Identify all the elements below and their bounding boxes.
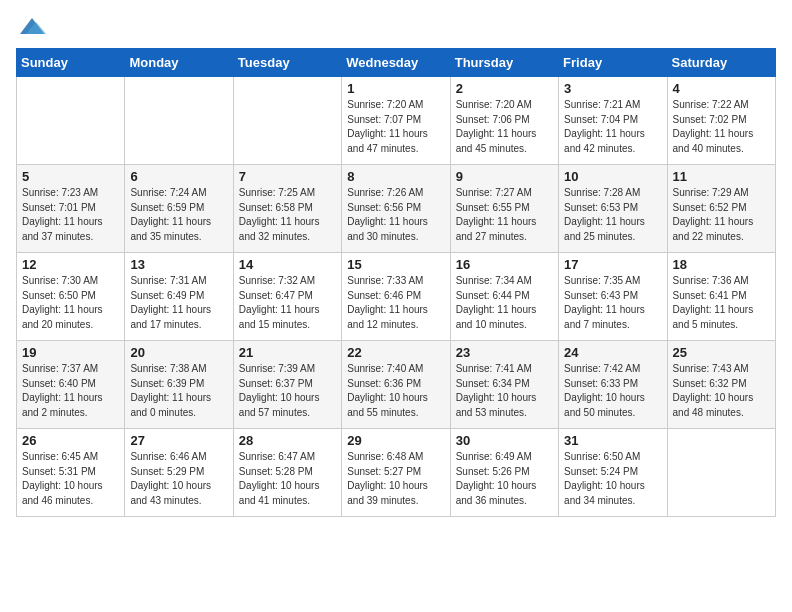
day-info: Sunrise: 7:39 AM Sunset: 6:37 PM Dayligh… (239, 362, 336, 420)
day-info: Sunrise: 7:33 AM Sunset: 6:46 PM Dayligh… (347, 274, 444, 332)
day-number: 11 (673, 169, 770, 184)
day-number: 21 (239, 345, 336, 360)
day-number: 28 (239, 433, 336, 448)
col-header-sunday: Sunday (17, 49, 125, 77)
day-cell: 28Sunrise: 6:47 AM Sunset: 5:28 PM Dayli… (233, 429, 341, 517)
day-cell (17, 77, 125, 165)
col-header-thursday: Thursday (450, 49, 558, 77)
day-number: 7 (239, 169, 336, 184)
day-cell: 10Sunrise: 7:28 AM Sunset: 6:53 PM Dayli… (559, 165, 667, 253)
day-number: 17 (564, 257, 661, 272)
day-cell (667, 429, 775, 517)
day-number: 8 (347, 169, 444, 184)
day-cell: 15Sunrise: 7:33 AM Sunset: 6:46 PM Dayli… (342, 253, 450, 341)
week-row-5: 26Sunrise: 6:45 AM Sunset: 5:31 PM Dayli… (17, 429, 776, 517)
col-header-tuesday: Tuesday (233, 49, 341, 77)
day-cell: 20Sunrise: 7:38 AM Sunset: 6:39 PM Dayli… (125, 341, 233, 429)
day-number: 9 (456, 169, 553, 184)
day-cell: 13Sunrise: 7:31 AM Sunset: 6:49 PM Dayli… (125, 253, 233, 341)
day-info: Sunrise: 7:31 AM Sunset: 6:49 PM Dayligh… (130, 274, 227, 332)
page-header (16, 16, 776, 36)
day-number: 26 (22, 433, 119, 448)
week-row-3: 12Sunrise: 7:30 AM Sunset: 6:50 PM Dayli… (17, 253, 776, 341)
day-info: Sunrise: 7:41 AM Sunset: 6:34 PM Dayligh… (456, 362, 553, 420)
day-number: 29 (347, 433, 444, 448)
day-number: 10 (564, 169, 661, 184)
day-info: Sunrise: 7:26 AM Sunset: 6:56 PM Dayligh… (347, 186, 444, 244)
day-info: Sunrise: 7:24 AM Sunset: 6:59 PM Dayligh… (130, 186, 227, 244)
col-header-wednesday: Wednesday (342, 49, 450, 77)
day-cell: 19Sunrise: 7:37 AM Sunset: 6:40 PM Dayli… (17, 341, 125, 429)
day-info: Sunrise: 7:36 AM Sunset: 6:41 PM Dayligh… (673, 274, 770, 332)
day-cell: 17Sunrise: 7:35 AM Sunset: 6:43 PM Dayli… (559, 253, 667, 341)
day-info: Sunrise: 6:45 AM Sunset: 5:31 PM Dayligh… (22, 450, 119, 508)
day-number: 6 (130, 169, 227, 184)
day-cell: 5Sunrise: 7:23 AM Sunset: 7:01 PM Daylig… (17, 165, 125, 253)
day-cell: 9Sunrise: 7:27 AM Sunset: 6:55 PM Daylig… (450, 165, 558, 253)
day-cell: 7Sunrise: 7:25 AM Sunset: 6:58 PM Daylig… (233, 165, 341, 253)
day-info: Sunrise: 7:20 AM Sunset: 7:06 PM Dayligh… (456, 98, 553, 156)
week-row-2: 5Sunrise: 7:23 AM Sunset: 7:01 PM Daylig… (17, 165, 776, 253)
day-cell: 4Sunrise: 7:22 AM Sunset: 7:02 PM Daylig… (667, 77, 775, 165)
day-cell: 25Sunrise: 7:43 AM Sunset: 6:32 PM Dayli… (667, 341, 775, 429)
day-cell: 1Sunrise: 7:20 AM Sunset: 7:07 PM Daylig… (342, 77, 450, 165)
col-header-saturday: Saturday (667, 49, 775, 77)
day-cell: 11Sunrise: 7:29 AM Sunset: 6:52 PM Dayli… (667, 165, 775, 253)
day-cell: 27Sunrise: 6:46 AM Sunset: 5:29 PM Dayli… (125, 429, 233, 517)
day-cell: 31Sunrise: 6:50 AM Sunset: 5:24 PM Dayli… (559, 429, 667, 517)
day-cell: 26Sunrise: 6:45 AM Sunset: 5:31 PM Dayli… (17, 429, 125, 517)
day-cell: 12Sunrise: 7:30 AM Sunset: 6:50 PM Dayli… (17, 253, 125, 341)
day-number: 25 (673, 345, 770, 360)
day-cell: 30Sunrise: 6:49 AM Sunset: 5:26 PM Dayli… (450, 429, 558, 517)
day-cell: 24Sunrise: 7:42 AM Sunset: 6:33 PM Dayli… (559, 341, 667, 429)
day-cell (125, 77, 233, 165)
day-number: 12 (22, 257, 119, 272)
day-number: 22 (347, 345, 444, 360)
day-number: 14 (239, 257, 336, 272)
day-number: 18 (673, 257, 770, 272)
day-info: Sunrise: 7:34 AM Sunset: 6:44 PM Dayligh… (456, 274, 553, 332)
day-info: Sunrise: 7:22 AM Sunset: 7:02 PM Dayligh… (673, 98, 770, 156)
day-cell: 22Sunrise: 7:40 AM Sunset: 6:36 PM Dayli… (342, 341, 450, 429)
week-row-4: 19Sunrise: 7:37 AM Sunset: 6:40 PM Dayli… (17, 341, 776, 429)
day-info: Sunrise: 7:43 AM Sunset: 6:32 PM Dayligh… (673, 362, 770, 420)
day-cell (233, 77, 341, 165)
day-cell: 23Sunrise: 7:41 AM Sunset: 6:34 PM Dayli… (450, 341, 558, 429)
calendar-table: SundayMondayTuesdayWednesdayThursdayFrid… (16, 48, 776, 517)
day-cell: 16Sunrise: 7:34 AM Sunset: 6:44 PM Dayli… (450, 253, 558, 341)
day-number: 2 (456, 81, 553, 96)
day-info: Sunrise: 7:20 AM Sunset: 7:07 PM Dayligh… (347, 98, 444, 156)
day-info: Sunrise: 7:28 AM Sunset: 6:53 PM Dayligh… (564, 186, 661, 244)
logo-icon (18, 16, 46, 36)
col-header-friday: Friday (559, 49, 667, 77)
day-info: Sunrise: 7:37 AM Sunset: 6:40 PM Dayligh… (22, 362, 119, 420)
day-cell: 18Sunrise: 7:36 AM Sunset: 6:41 PM Dayli… (667, 253, 775, 341)
day-info: Sunrise: 7:35 AM Sunset: 6:43 PM Dayligh… (564, 274, 661, 332)
day-number: 30 (456, 433, 553, 448)
day-info: Sunrise: 7:42 AM Sunset: 6:33 PM Dayligh… (564, 362, 661, 420)
day-number: 15 (347, 257, 444, 272)
day-info: Sunrise: 7:25 AM Sunset: 6:58 PM Dayligh… (239, 186, 336, 244)
day-cell: 8Sunrise: 7:26 AM Sunset: 6:56 PM Daylig… (342, 165, 450, 253)
week-row-1: 1Sunrise: 7:20 AM Sunset: 7:07 PM Daylig… (17, 77, 776, 165)
day-info: Sunrise: 7:21 AM Sunset: 7:04 PM Dayligh… (564, 98, 661, 156)
day-number: 1 (347, 81, 444, 96)
day-info: Sunrise: 7:32 AM Sunset: 6:47 PM Dayligh… (239, 274, 336, 332)
col-header-monday: Monday (125, 49, 233, 77)
day-info: Sunrise: 6:48 AM Sunset: 5:27 PM Dayligh… (347, 450, 444, 508)
day-number: 16 (456, 257, 553, 272)
logo (16, 16, 46, 36)
day-info: Sunrise: 7:38 AM Sunset: 6:39 PM Dayligh… (130, 362, 227, 420)
day-number: 20 (130, 345, 227, 360)
day-info: Sunrise: 7:23 AM Sunset: 7:01 PM Dayligh… (22, 186, 119, 244)
day-info: Sunrise: 6:49 AM Sunset: 5:26 PM Dayligh… (456, 450, 553, 508)
day-cell: 2Sunrise: 7:20 AM Sunset: 7:06 PM Daylig… (450, 77, 558, 165)
day-number: 13 (130, 257, 227, 272)
day-number: 4 (673, 81, 770, 96)
day-number: 3 (564, 81, 661, 96)
day-number: 31 (564, 433, 661, 448)
day-cell: 3Sunrise: 7:21 AM Sunset: 7:04 PM Daylig… (559, 77, 667, 165)
day-info: Sunrise: 7:29 AM Sunset: 6:52 PM Dayligh… (673, 186, 770, 244)
day-cell: 6Sunrise: 7:24 AM Sunset: 6:59 PM Daylig… (125, 165, 233, 253)
day-info: Sunrise: 6:50 AM Sunset: 5:24 PM Dayligh… (564, 450, 661, 508)
